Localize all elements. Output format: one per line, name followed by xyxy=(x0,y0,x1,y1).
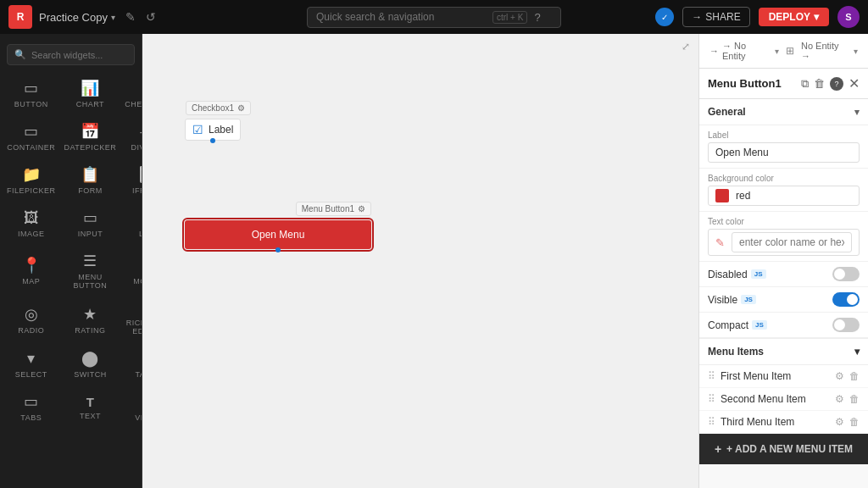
menubutton-widget-header: Menu Button1 ⚙ xyxy=(296,202,371,216)
disabled-toggle-row: Disabled JS xyxy=(699,262,868,287)
bg-color-picker[interactable]: red xyxy=(708,186,860,206)
visible-toggle[interactable] xyxy=(832,292,860,307)
search-input[interactable] xyxy=(316,11,486,23)
entity-right[interactable]: No Entity → ▾ xyxy=(798,39,861,63)
widget-input[interactable]: ▭INPUT xyxy=(61,202,120,243)
entity-left-arrow: → xyxy=(709,46,719,56)
close-panel-icon[interactable]: ✕ xyxy=(849,75,860,92)
menu-item-gear-2[interactable]: ⚙ xyxy=(835,416,844,428)
panel-actions: ⧉ 🗑 ? ✕ xyxy=(801,75,860,92)
entity-grid-icon[interactable]: ⊞ xyxy=(786,45,794,57)
canvas-inner: ⤢ Checkbox1 ⚙ ☑ Label Menu Button1 ⚙ Ope… xyxy=(142,34,698,488)
disabled-js-badge[interactable]: JS xyxy=(751,269,766,279)
drag-handle-2[interactable]: ⠿ xyxy=(708,416,715,428)
widget-rating[interactable]: ★RATING xyxy=(61,297,120,341)
copy-icon[interactable]: ⧉ xyxy=(801,77,809,91)
widget-switch[interactable]: ⬤SWITCH xyxy=(61,342,120,384)
disabled-toggle[interactable] xyxy=(832,267,860,281)
widget-checkbox[interactable]: ☑CHECKBOX xyxy=(121,72,142,114)
text-color-input[interactable] xyxy=(732,232,852,252)
video-widget-label: VIDEO xyxy=(135,413,142,422)
widget-menu-button[interactable]: ☰MENU BUTTON xyxy=(61,245,120,295)
rating-widget-label: RATING xyxy=(75,326,105,335)
canvas-checkbox-widget[interactable]: Checkbox1 ⚙ ☑ Label xyxy=(185,119,241,141)
radio-widget-icon: ◎ xyxy=(25,305,38,324)
widget-chart[interactable]: 📊CHART xyxy=(61,72,120,114)
widget-container[interactable]: ▭CONTAINER xyxy=(3,115,59,157)
project-name[interactable]: Practice Copy ▾ xyxy=(39,11,115,24)
widget-text[interactable]: TTEXT xyxy=(61,385,120,427)
widget-filepicker[interactable]: 📁FILEPICKER xyxy=(3,158,59,200)
add-menu-item-button[interactable]: + + ADD A NEW MENU ITEM xyxy=(699,434,868,464)
checkbox-check-icon: ☑ xyxy=(192,123,203,136)
canvas-area[interactable]: ⤢ Checkbox1 ⚙ ☑ Label Menu Button1 ⚙ Ope… xyxy=(142,34,698,488)
widget-iframe[interactable]: ⬜IFRAME xyxy=(121,158,142,200)
menu-item-delete-1[interactable]: 🗑 xyxy=(849,393,860,405)
widget-divider[interactable]: —DIVIDER xyxy=(121,115,142,157)
widget-form[interactable]: 📋FORM xyxy=(61,158,120,200)
menu-item-gear-1[interactable]: ⚙ xyxy=(835,393,844,405)
menubutton-settings-icon[interactable]: ⚙ xyxy=(358,204,365,214)
select-widget-label: SELECT xyxy=(15,370,47,379)
delete-icon[interactable]: 🗑 xyxy=(814,77,825,90)
share-button[interactable]: → SHARE xyxy=(682,7,749,27)
datepicker-widget-label: DATEPICKER xyxy=(64,143,117,152)
widget-video[interactable]: ▷VIDEO xyxy=(121,385,142,427)
widget-modal[interactable]: ◻MODAL xyxy=(121,245,142,295)
switch-widget-label: SWITCH xyxy=(74,370,107,379)
drag-handle-1[interactable]: ⠿ xyxy=(708,393,715,405)
widget-datepicker[interactable]: 📅DATEPICKER xyxy=(61,115,120,157)
map-widget-icon: 📍 xyxy=(22,256,41,274)
menubutton-canvas-button[interactable]: Open Menu xyxy=(185,220,371,249)
visible-label: Visible JS xyxy=(708,294,756,306)
map-widget-label: MAP xyxy=(22,277,40,286)
widget-search-input[interactable] xyxy=(31,50,127,60)
widget-map[interactable]: 📍MAP xyxy=(3,245,59,295)
entity-left[interactable]: → → No Entity ▾ xyxy=(706,39,782,63)
widget-tabs[interactable]: ▭TABS xyxy=(3,385,59,427)
add-menu-item-icon: + xyxy=(715,442,721,456)
canvas-menubutton-widget[interactable]: Menu Button1 ⚙ Open Menu xyxy=(185,220,371,249)
general-section-header[interactable]: General ▾ xyxy=(699,99,868,125)
visible-js-badge[interactable]: JS xyxy=(741,295,756,304)
checkbox-widget-header: Checkbox1 ⚙ xyxy=(186,101,251,115)
menu-items-section: Menu Items ▾ ⠿ First Menu Item ⚙ 🗑 ⠿ Sec… xyxy=(699,338,868,464)
widget-list[interactable]: ≡LISTBeta xyxy=(121,202,142,243)
menu-item-delete-0[interactable]: 🗑 xyxy=(849,370,860,382)
widget-search[interactable]: 🔍 xyxy=(7,44,135,65)
drag-handle-0[interactable]: ⠿ xyxy=(708,370,715,382)
verified-icon: ✓ xyxy=(655,8,674,26)
widget-rich-text[interactable]: TRICH TEXT EDITOR xyxy=(121,297,142,341)
selection-handle-bottom-mb xyxy=(275,247,281,252)
search-bar[interactable]: ctrl + K ? xyxy=(307,7,561,28)
menu-item-gear-0[interactable]: ⚙ xyxy=(835,370,844,382)
user-avatar[interactable]: S xyxy=(837,6,860,28)
menu-item-delete-2[interactable]: 🗑 xyxy=(849,416,860,428)
left-sidebar: 🔍 ▭BUTTON 📊CHART ☑CHECKBOX ▭CONTAINER 📅D… xyxy=(0,34,142,488)
menu-items-header[interactable]: Menu Items ▾ xyxy=(699,339,868,365)
panel-content: General ▾ Label Background color red Tex… xyxy=(699,99,868,488)
widget-select[interactable]: ▾SELECT xyxy=(3,342,59,384)
label-field: Label xyxy=(699,125,868,169)
compact-toggle[interactable] xyxy=(832,318,860,332)
entity-left-dropdown: ▾ xyxy=(775,47,779,56)
checkbox-settings-icon[interactable]: ⚙ xyxy=(237,103,245,113)
text-color-field: Text color ✎ xyxy=(699,212,868,262)
compact-js-badge[interactable]: JS xyxy=(752,320,767,330)
text-color-picker[interactable]: ✎ xyxy=(708,229,860,256)
filepicker-widget-label: FILEPICKER xyxy=(7,186,56,195)
project-dropdown-arrow: ▾ xyxy=(111,13,115,22)
history-icon[interactable]: ↺ xyxy=(146,10,156,24)
widget-table[interactable]: ▦TABLE xyxy=(121,342,142,384)
panel-help-icon[interactable]: ? xyxy=(830,77,843,91)
panel-header: Menu Button1 ⧉ 🗑 ? ✕ xyxy=(699,69,868,99)
project-name-label: Practice Copy xyxy=(39,11,108,24)
label-input[interactable] xyxy=(708,142,860,163)
widget-button[interactable]: ▭BUTTON xyxy=(3,72,59,114)
widget-image[interactable]: 🖼IMAGE xyxy=(3,202,59,243)
widget-radio[interactable]: ◎RADIO xyxy=(3,297,59,341)
edit-project-icon[interactable]: ✎ xyxy=(125,10,136,24)
add-menu-item-label: + ADD A NEW MENU ITEM xyxy=(726,443,853,455)
canvas-resize-icon[interactable]: ⤢ xyxy=(682,41,690,53)
deploy-button[interactable]: DEPLOY ▾ xyxy=(759,8,829,26)
